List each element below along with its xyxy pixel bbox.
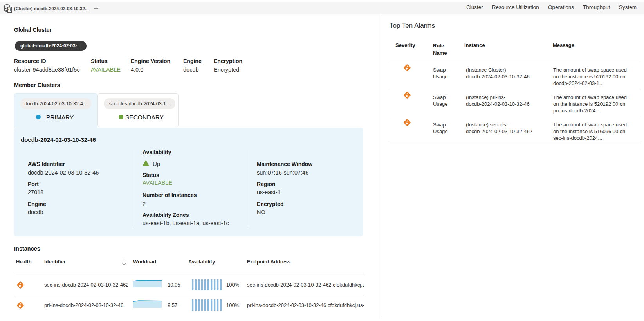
svg-text:{}: {} [8,7,11,11]
